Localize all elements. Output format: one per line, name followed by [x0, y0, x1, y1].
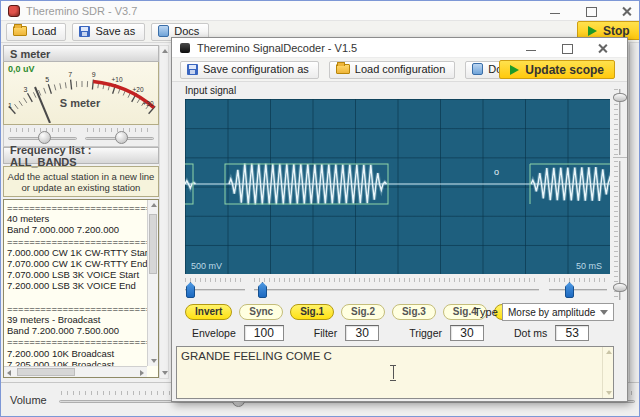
list-item[interactable]: 7.070.000 LSB 3K VOICE Start: [7, 269, 158, 280]
save-configuration-button[interactable]: Save configuration as: [180, 61, 319, 79]
slider-thumb[interactable]: [115, 131, 128, 144]
oscilloscope: o 500 mV 50 mS: [185, 99, 610, 274]
save-as-button[interactable]: Save as: [72, 23, 145, 41]
list-item[interactable]: ============================: [7, 236, 158, 247]
list-item[interactable]: ============================: [7, 202, 158, 213]
meter-face-label: S meter: [60, 97, 101, 109]
load-configuration-button[interactable]: Load configuration: [329, 61, 456, 79]
scroll-down-icon[interactable]: [606, 391, 612, 395]
scope-slider-1[interactable]: [185, 278, 245, 298]
main-right-scrollbar[interactable]: [629, 43, 639, 411]
minimize-icon[interactable]: [525, 42, 537, 54]
type-selected-value: Morse by amplitude: [508, 307, 595, 318]
list-item[interactable]: Band 7.000.000 7.200.000: [7, 224, 158, 235]
scroll-thumb[interactable]: [149, 214, 157, 274]
decoder-app-icon: [180, 43, 190, 53]
frequency-list-header[interactable]: Frequency list : ALL_BANDS: [3, 147, 159, 164]
smeter-header[interactable]: S meter: [3, 45, 159, 62]
slider-thumb[interactable]: [565, 282, 574, 298]
sig3-button[interactable]: Sig.3: [392, 304, 436, 320]
scroll-up-icon[interactable]: [162, 49, 168, 53]
list-item[interactable]: 7.070.000 CW 1K CW-RTTY End: [7, 258, 158, 269]
scope-vertical-slider-bottom[interactable]: [613, 159, 627, 302]
update-scope-button[interactable]: Update scope: [499, 60, 615, 79]
folder-icon: [13, 26, 27, 36]
update-scope-label: Update scope: [525, 63, 604, 77]
scroll-down-icon[interactable]: [162, 371, 168, 375]
slider-thumb[interactable]: [186, 282, 195, 298]
sig1-button[interactable]: Sig.1: [290, 304, 334, 320]
panel-scrollbar[interactable]: [159, 45, 169, 379]
sig2-button[interactable]: Sig.2: [341, 304, 385, 320]
meter-tick-label: +10: [111, 76, 122, 83]
signal-reading: 0,0 uV: [8, 64, 35, 74]
meter-slider-right[interactable]: [85, 127, 154, 144]
list-item[interactable]: [7, 292, 158, 303]
scroll-up-icon[interactable]: [151, 203, 157, 207]
decoder-toolbar: Save configuration as Load configuration…: [172, 58, 627, 82]
meter-tick-label: +30: [142, 100, 153, 107]
text-cursor-icon: [389, 365, 397, 379]
meter-tick-label: 9: [92, 71, 96, 78]
textarea-scrollbar[interactable]: [602, 347, 613, 398]
trigger-field[interactable]: [450, 325, 484, 341]
meter-slider-left[interactable]: [8, 127, 77, 144]
docs-button-label: Docs: [174, 25, 199, 37]
app-icon: [8, 5, 20, 17]
scroll-up-icon[interactable]: [606, 350, 612, 354]
trigger-label: Trigger: [409, 327, 442, 339]
slider-ticks: [254, 278, 539, 282]
maximize-icon[interactable]: [585, 5, 597, 17]
list-item[interactable]: ============================: [7, 336, 158, 347]
scope-vertical-slider-top[interactable]: [613, 87, 627, 157]
decode-marker: o: [494, 167, 499, 177]
slider-thumb[interactable]: [613, 283, 627, 292]
scroll-down-icon[interactable]: [151, 359, 157, 363]
folder-icon: [336, 64, 350, 74]
dot-ms-label: Dot ms: [514, 327, 547, 339]
list-horizontal-scrollbar[interactable]: [4, 366, 147, 377]
meter-tick-label: 7: [68, 71, 72, 78]
invert-button[interactable]: Invert: [185, 304, 232, 320]
scroll-left-icon[interactable]: [7, 370, 11, 376]
decoded-text-area[interactable]: GRANDE FEELING COME C: [176, 346, 614, 399]
list-vertical-scrollbar[interactable]: [147, 200, 158, 366]
add-station-button[interactable]: Add the actual station in a new line or …: [3, 166, 159, 197]
docs-icon: [472, 63, 483, 75]
frequency-items: ============================40 metersBan…: [7, 202, 158, 370]
horizontal-scale-label: 50 mS: [576, 261, 602, 271]
minimize-icon[interactable]: [549, 5, 561, 17]
scroll-right-icon[interactable]: [140, 370, 144, 376]
slider-thumb[interactable]: [38, 131, 51, 144]
load-configuration-label: Load configuration: [355, 63, 446, 75]
list-item[interactable]: 7.000.000 CW 1K CW-RTTY Start: [7, 247, 158, 258]
list-item[interactable]: 7.200.000 LSB 3K VOICE End: [7, 280, 158, 291]
scroll-thumb[interactable]: [17, 368, 75, 376]
list-item[interactable]: 7.200.000 10K Broadcast: [7, 348, 158, 359]
list-item[interactable]: 39 meters - Broadcast: [7, 314, 158, 325]
floppy-icon: [79, 26, 90, 37]
slider-thumb[interactable]: [613, 93, 627, 102]
type-label: Type: [474, 306, 498, 318]
list-item[interactable]: ============================: [7, 303, 158, 314]
envelope-field[interactable]: [244, 325, 284, 341]
maximize-icon[interactable]: [561, 42, 573, 54]
close-icon[interactable]: [597, 42, 609, 54]
main-window-title: Theremino SDR - V3.7: [26, 5, 137, 17]
slider-thumb[interactable]: [258, 282, 267, 298]
slider-track: [619, 161, 621, 300]
scope-slider-2[interactable]: [254, 278, 539, 298]
load-button[interactable]: Load: [6, 23, 66, 41]
decoder-titlebar: Theremino SignalDecoder - V1.5: [172, 38, 627, 58]
list-item[interactable]: 40 meters: [7, 213, 158, 224]
list-item[interactable]: Band 7.200.000 7.500.000: [7, 325, 158, 336]
close-icon[interactable]: [621, 5, 633, 17]
filter-field[interactable]: [345, 325, 379, 341]
scope-slider-row: [172, 278, 615, 300]
dot-ms-field[interactable]: [555, 325, 589, 341]
scope-slider-3[interactable]: [549, 278, 607, 298]
frequency-listbox[interactable]: ============================40 metersBan…: [3, 199, 159, 378]
sync-button[interactable]: Sync: [239, 304, 283, 320]
play-icon: [510, 65, 519, 75]
type-dropdown[interactable]: Morse by amplitude: [502, 303, 614, 321]
